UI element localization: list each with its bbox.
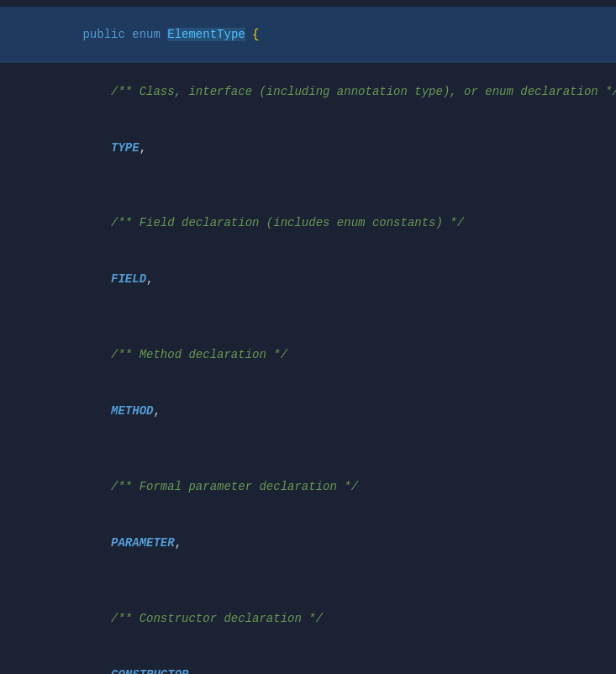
blank-2 [0,308,616,326]
code-content-header: public enum ElementType { [37,7,616,63]
comment-method: /** Method declaration */ [82,348,287,361]
code-content: METHOD, [37,383,616,440]
comment-field: /** Field declaration (includes enum con… [82,216,464,229]
code-line-comment-5: /** Constructor declaration */ [0,590,616,646]
comment-parameter: /** Formal parameter declaration */ [82,480,358,493]
enum-value-type: TYPE [82,141,139,155]
code-content: TYPE, [37,119,616,176]
enum-value-parameter: PARAMETER [82,536,174,550]
code-line-parameter: PARAMETER, [0,515,616,571]
blank-3 [0,440,616,458]
comma: , [140,141,146,155]
code-line-type: TYPE, [0,119,616,176]
code-line-method: METHOD, [0,383,616,440]
space [161,28,167,41]
code-content: CONSTRUCTOR, [37,646,616,674]
code-content: /** Class, interface (including annotati… [37,63,616,119]
code-editor: public enum ElementType { /** Class, int… [0,0,616,674]
code-line-header: public enum ElementType { [0,7,616,63]
code-content: /** Method declaration */ [37,327,616,383]
code-line-comment-4: /** Formal parameter declaration */ [0,458,616,514]
comma: , [146,272,153,286]
comma: , [175,536,182,550]
space [125,28,132,41]
code-content: FIELD, [37,251,616,308]
enum-value-constructor: CONSTRUCTOR [82,668,188,674]
comma: , [188,668,195,674]
comma: , [153,404,160,418]
enum-value-field: FIELD [82,272,146,286]
keyword-enum: enum [132,28,161,41]
comment-constructor: /** Constructor declaration */ [82,612,323,625]
code-content: /** Field declaration (includes enum con… [37,195,616,251]
blank-4 [0,571,616,590]
code-line-field: FIELD, [0,251,616,308]
type-name-elementtype: ElementType [167,28,245,41]
open-brace: { [252,28,259,41]
code-content: /** Formal parameter declaration */ [37,458,616,514]
comment-type: /** Class, interface (including annotati… [82,85,616,98]
code-line-comment-3: /** Method declaration */ [0,327,616,383]
code-line-comment-2: /** Field declaration (includes enum con… [0,195,616,251]
keyword-public: public [82,28,124,41]
code-content: /** Constructor declaration */ [37,590,616,646]
blank-1 [0,176,616,195]
code-content: PARAMETER, [37,515,616,571]
space [245,28,252,41]
enum-value-method: METHOD [82,404,153,418]
code-line-comment-1: /** Class, interface (including annotati… [0,63,616,119]
code-line-constructor: CONSTRUCTOR, [0,646,616,674]
